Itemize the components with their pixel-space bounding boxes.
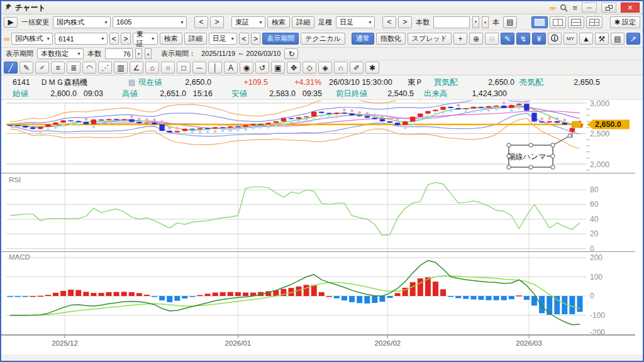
text-tool-icon[interactable]: A [224,62,238,74]
arc-tool-icon[interactable]: ◠ [82,62,96,74]
navigator-toggle-button[interactable]: ▶ [4,17,18,28]
lock-draw-tool-icon[interactable]: ✐ [350,62,364,74]
magnet-tool-icon[interactable]: ∩ [334,62,348,74]
minimize-button[interactable]: ─ [582,3,597,13]
draw-mode-icon[interactable]: ✎ [501,33,514,45]
chart-market-select[interactable]: 国内株式▼ [11,33,53,45]
market-select[interactable]: 国内株式▼ [53,16,111,28]
bar-type-select[interactable]: 日足▼ [336,16,375,28]
eraser-all-tool-icon[interactable]: ◈ [318,62,332,74]
restore-button[interactable] [601,3,616,13]
grid-lines-tool-icon[interactable]: ≣ [67,62,80,74]
count-up-button[interactable]: ▲ [482,16,489,28]
count-input[interactable] [433,16,470,28]
settings-button[interactable]: ✱設定 [610,16,640,28]
search-icon[interactable] [560,4,568,12]
chart-prev-code-button[interactable]: < [109,33,119,45]
parallel-lines-tool-icon[interactable]: ⁄⁄⁄ [35,62,49,74]
link-icon[interactable]: ∞ [4,35,9,43]
icon-stamp-tool-icon[interactable]: ◉ [240,62,253,74]
link-icon[interactable]: ∞ [550,4,555,12]
pencil-tool-icon[interactable]: ✎ [19,62,33,74]
copy-tool-icon[interactable]: ▣ [271,62,285,74]
detail-button[interactable]: 詳細 [292,16,314,28]
chevron-down-icon: ▼ [43,36,50,41]
normal-mode-tab[interactable]: 通常 [352,33,374,45]
my-chart-icon[interactable]: MY [564,33,577,45]
exchange-select[interactable]: 東証▼ [231,16,265,28]
svg-text:2,500: 2,500 [590,129,609,138]
fan-lines-tool-icon[interactable]: ⋰ [98,62,112,74]
tool-settings-icon[interactable]: ⚒ [595,33,609,45]
count-down-button[interactable]: ▼ [472,16,479,28]
zoom-out-icon[interactable]: ⊖ [485,33,499,45]
rectangle-tool-icon[interactable]: □ [177,62,191,74]
indexed-mode-tab[interactable]: 指数化 [376,33,406,45]
bar-count-input[interactable]: 76 [105,48,133,59]
horizontal-line-tool-icon[interactable]: ─ [192,62,206,74]
close-button[interactable]: ✕ [621,3,640,13]
yen-display-icon[interactable]: ¥ [532,33,546,45]
mountain-chart-icon[interactable]: ▲ [579,33,593,45]
bar-count-up-button[interactable]: ▲ [145,48,152,59]
chart-code-select[interactable]: 6141▼ [55,33,107,45]
rotate-tool-icon[interactable]: ↺ [255,62,269,74]
chevron-down-icon: ▼ [177,20,184,25]
circle-tool-icon[interactable]: ○ [161,62,175,74]
print-icon[interactable]: ▤ [611,33,625,45]
chart-prev-button[interactable]: < [239,33,249,45]
next-period-button[interactable]: > [398,16,412,28]
layout-vertical-split-button[interactable] [550,16,566,28]
bar-type-label: 足種 [318,18,332,27]
code-select[interactable]: 1605▼ [113,16,187,28]
crosshair-icon[interactable]: + [453,33,467,45]
zoom-in-icon[interactable]: ⊕ [469,33,483,45]
prev-code-button[interactable]: < [194,16,208,28]
trend-signal-icon[interactable]: ↯ [516,33,530,45]
volume: 1,424,300 [452,89,507,98]
window-title: チャート [15,3,46,13]
bid-price: 2,650.0 [464,78,514,87]
eraser-tool-icon[interactable]: ◇ [303,62,316,74]
layout-horizontal-split-button[interactable] [568,16,584,28]
move-tool-icon[interactable]: ✥ [287,62,301,74]
vertical-line-tool-icon[interactable]: │ [208,62,222,74]
line-tool-icon[interactable]: ╱ [4,62,18,74]
print-icon[interactable]: ▤ [503,16,517,28]
board-icon[interactable]: ▤ [128,78,138,87]
chart-panels[interactable]: 3,0002,5002,0002,650.0陽線ハンマーRSI806040200… [1,100,643,354]
technical-tab[interactable]: テクニカル [301,33,345,45]
count-label: 本数 [416,18,430,27]
open-price: 2,600.0 [35,89,77,98]
display-period-tab[interactable]: 表示期間 [262,33,299,45]
chart-canvas[interactable]: 3,0002,5002,0002,650.0陽線ハンマーRSI806040200… [1,100,641,354]
period-mode-select[interactable]: 本数指定▼ [37,48,84,59]
chart-next-button[interactable]: > [251,33,261,45]
low-label: 安値 [231,89,254,99]
chart-exchange-select[interactable]: 東証▼ [133,33,158,45]
chart-next-code-button[interactable]: > [121,33,131,45]
bar-count-down-button[interactable]: ▼ [135,48,142,59]
popout-icon[interactable]: ↗ [626,33,640,45]
last-label: 現在値 [138,77,167,88]
search-button[interactable]: 検索 [267,16,290,28]
chart-bar-type-select[interactable]: 日足▼ [209,33,237,45]
pentagon-tool-icon[interactable]: ⌂ [145,62,159,74]
chart-search-button[interactable]: 検索 [160,33,182,45]
info-icon[interactable]: ⓘ [548,33,562,45]
menu-icon[interactable]: ≡ [572,4,577,12]
reset-period-button[interactable]: ↻ [284,48,298,59]
bar-count-label: 本数 [87,49,101,58]
layout-grid-button[interactable] [586,16,602,28]
prev-period-button[interactable]: < [382,16,396,28]
quote-panel: 6141 ＤＭＧ森精機 ▤ 現在値 2,650.0 +109.5 +4.31% … [1,75,643,100]
chart-detail-button[interactable]: 詳細 [184,33,207,45]
layout-single-button[interactable] [531,16,548,28]
draw-settings-icon[interactable]: ✱ [365,62,379,74]
horizontal-lines-tool-icon[interactable]: ≡ [51,62,65,74]
next-code-button[interactable]: > [210,16,224,28]
spread-mode-tab[interactable]: スプレッド [408,33,452,45]
vertical-lines-tool-icon[interactable]: ▥ [114,62,128,74]
market-segment: 東Ｐ [408,77,430,88]
angle-tool-icon[interactable]: ∠ [130,62,143,74]
